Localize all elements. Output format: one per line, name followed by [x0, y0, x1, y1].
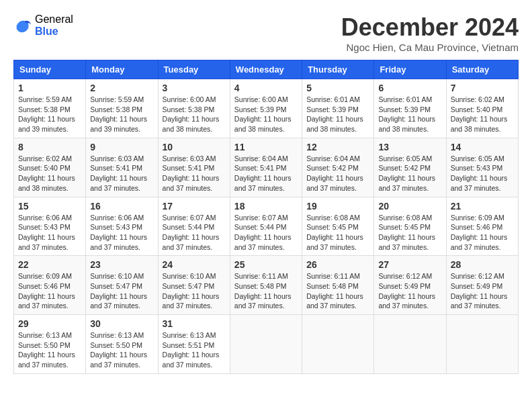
calendar-cell: 8 Sunrise: 6:02 AMSunset: 5:40 PMDayligh…: [14, 138, 86, 197]
logo-icon: [13, 16, 32, 35]
logo-text: General Blue: [35, 13, 73, 37]
day-info: Sunrise: 6:11 AMSunset: 5:48 PMDaylight:…: [306, 272, 363, 310]
calendar-week-row: 1 Sunrise: 5:59 AMSunset: 5:38 PMDayligh…: [14, 79, 519, 138]
day-number: 4: [234, 83, 298, 93]
calendar-cell: [230, 315, 302, 374]
day-number: 18: [234, 201, 298, 212]
day-number: 5: [306, 83, 369, 93]
day-info: Sunrise: 6:04 AMSunset: 5:41 PMDaylight:…: [234, 154, 292, 192]
calendar-cell: 19 Sunrise: 6:08 AMSunset: 5:45 PMDaylig…: [302, 197, 374, 256]
day-number: 11: [234, 142, 298, 152]
day-number: 7: [451, 83, 514, 93]
calendar-cell: 9 Sunrise: 6:03 AMSunset: 5:41 PMDayligh…: [86, 138, 158, 197]
day-number: 29: [18, 318, 81, 329]
logo: General Blue: [13, 13, 73, 37]
calendar-header-row: SundayMondayTuesdayWednesdayThursdayFrid…: [14, 60, 519, 79]
day-info: Sunrise: 5:59 AMSunset: 5:38 PMDaylight:…: [90, 95, 147, 133]
day-number: 14: [451, 142, 514, 152]
calendar-cell: 17 Sunrise: 6:07 AMSunset: 5:44 PMDaylig…: [158, 197, 230, 256]
day-number: 12: [306, 142, 369, 152]
calendar-cell: 7 Sunrise: 6:02 AMSunset: 5:40 PMDayligh…: [446, 79, 518, 138]
logo-general: General: [35, 13, 73, 26]
day-info: Sunrise: 6:01 AMSunset: 5:39 PMDaylight:…: [378, 95, 435, 133]
calendar-cell: 27 Sunrise: 6:12 AMSunset: 5:49 PMDaylig…: [374, 256, 446, 315]
calendar-cell: 6 Sunrise: 6:01 AMSunset: 5:39 PMDayligh…: [374, 79, 446, 138]
calendar-header-cell: Wednesday: [230, 60, 302, 79]
day-number: 31: [163, 318, 226, 329]
calendar-cell: 21 Sunrise: 6:09 AMSunset: 5:46 PMDaylig…: [446, 197, 518, 256]
day-number: 26: [306, 259, 369, 270]
location: Ngoc Hien, Ca Mau Province, Vietnam: [341, 42, 519, 53]
day-number: 15: [18, 201, 81, 212]
month-title: December 2024: [341, 13, 519, 42]
calendar-cell: [446, 315, 518, 374]
calendar-cell: 23 Sunrise: 6:10 AMSunset: 5:47 PMDaylig…: [86, 256, 158, 315]
calendar-week-row: 15 Sunrise: 6:06 AMSunset: 5:43 PMDaylig…: [14, 197, 519, 256]
calendar-cell: 12 Sunrise: 6:04 AMSunset: 5:42 PMDaylig…: [302, 138, 374, 197]
day-info: Sunrise: 6:05 AMSunset: 5:43 PMDaylight:…: [451, 154, 508, 192]
calendar-cell: 15 Sunrise: 6:06 AMSunset: 5:43 PMDaylig…: [14, 197, 86, 256]
day-number: 16: [90, 201, 153, 212]
calendar-header-cell: Tuesday: [158, 60, 230, 79]
calendar-cell: 13 Sunrise: 6:05 AMSunset: 5:42 PMDaylig…: [374, 138, 446, 197]
calendar-week-row: 8 Sunrise: 6:02 AMSunset: 5:40 PMDayligh…: [14, 138, 519, 197]
day-number: 2: [90, 83, 153, 93]
day-number: 8: [18, 142, 81, 152]
day-number: 10: [163, 142, 226, 152]
calendar-cell: 16 Sunrise: 6:06 AMSunset: 5:43 PMDaylig…: [86, 197, 158, 256]
day-info: Sunrise: 6:03 AMSunset: 5:41 PMDaylight:…: [90, 154, 147, 192]
day-info: Sunrise: 6:10 AMSunset: 5:47 PMDaylight:…: [163, 272, 220, 310]
day-number: 25: [234, 259, 298, 270]
day-number: 17: [163, 201, 226, 212]
calendar-cell: 5 Sunrise: 6:01 AMSunset: 5:39 PMDayligh…: [302, 79, 374, 138]
day-number: 23: [90, 259, 153, 270]
day-number: 27: [378, 259, 441, 270]
day-number: 21: [451, 201, 514, 212]
day-info: Sunrise: 6:06 AMSunset: 5:43 PMDaylight:…: [90, 214, 147, 251]
logo-blue: Blue: [35, 26, 73, 38]
day-number: 9: [90, 142, 153, 152]
day-info: Sunrise: 5:59 AMSunset: 5:38 PMDaylight:…: [18, 95, 75, 133]
day-number: 20: [378, 201, 441, 212]
day-number: 24: [163, 259, 226, 270]
day-number: 13: [378, 142, 441, 152]
calendar-cell: 30 Sunrise: 6:13 AMSunset: 5:50 PMDaylig…: [86, 315, 158, 374]
calendar-cell: 20 Sunrise: 6:08 AMSunset: 5:45 PMDaylig…: [374, 197, 446, 256]
calendar-cell: 10 Sunrise: 6:03 AMSunset: 5:41 PMDaylig…: [158, 138, 230, 197]
day-info: Sunrise: 6:07 AMSunset: 5:44 PMDaylight:…: [163, 214, 220, 251]
day-info: Sunrise: 6:12 AMSunset: 5:49 PMDaylight:…: [451, 272, 508, 310]
calendar-cell: 31 Sunrise: 6:13 AMSunset: 5:51 PMDaylig…: [158, 315, 230, 374]
calendar-cell: 22 Sunrise: 6:09 AMSunset: 5:46 PMDaylig…: [14, 256, 86, 315]
calendar-cell: 29 Sunrise: 6:13 AMSunset: 5:50 PMDaylig…: [14, 315, 86, 374]
day-number: 19: [306, 201, 369, 212]
page-header: General Blue December 2024 Ngoc Hien, Ca…: [13, 13, 519, 53]
calendar-header-cell: Monday: [86, 60, 158, 79]
calendar-cell: 28 Sunrise: 6:12 AMSunset: 5:49 PMDaylig…: [446, 256, 518, 315]
day-info: Sunrise: 6:13 AMSunset: 5:51 PMDaylight:…: [163, 331, 220, 369]
calendar-cell: [374, 315, 446, 374]
day-info: Sunrise: 6:06 AMSunset: 5:43 PMDaylight:…: [18, 214, 75, 251]
calendar-header-cell: Sunday: [14, 60, 86, 79]
day-info: Sunrise: 6:04 AMSunset: 5:42 PMDaylight:…: [306, 154, 363, 192]
day-info: Sunrise: 6:09 AMSunset: 5:46 PMDaylight:…: [451, 214, 508, 251]
calendar-cell: 14 Sunrise: 6:05 AMSunset: 5:43 PMDaylig…: [446, 138, 518, 197]
day-info: Sunrise: 6:00 AMSunset: 5:39 PMDaylight:…: [234, 95, 292, 133]
calendar-cell: 26 Sunrise: 6:11 AMSunset: 5:48 PMDaylig…: [302, 256, 374, 315]
day-number: 3: [163, 83, 226, 93]
calendar-header-cell: Friday: [374, 60, 446, 79]
calendar-cell: 2 Sunrise: 5:59 AMSunset: 5:38 PMDayligh…: [86, 79, 158, 138]
calendar-cell: 3 Sunrise: 6:00 AMSunset: 5:38 PMDayligh…: [158, 79, 230, 138]
calendar-cell: 18 Sunrise: 6:07 AMSunset: 5:44 PMDaylig…: [230, 197, 302, 256]
calendar-header-cell: Saturday: [446, 60, 518, 79]
day-info: Sunrise: 6:02 AMSunset: 5:40 PMDaylight:…: [451, 95, 508, 133]
day-number: 30: [90, 318, 153, 329]
day-number: 22: [18, 259, 81, 270]
calendar-cell: 25 Sunrise: 6:11 AMSunset: 5:48 PMDaylig…: [230, 256, 302, 315]
day-number: 1: [18, 83, 81, 93]
day-info: Sunrise: 6:00 AMSunset: 5:38 PMDaylight:…: [163, 95, 220, 133]
day-info: Sunrise: 6:13 AMSunset: 5:50 PMDaylight:…: [90, 331, 147, 369]
calendar-cell: 4 Sunrise: 6:00 AMSunset: 5:39 PMDayligh…: [230, 79, 302, 138]
calendar-cell: [302, 315, 374, 374]
day-info: Sunrise: 6:09 AMSunset: 5:46 PMDaylight:…: [18, 272, 75, 310]
day-number: 28: [451, 259, 514, 270]
